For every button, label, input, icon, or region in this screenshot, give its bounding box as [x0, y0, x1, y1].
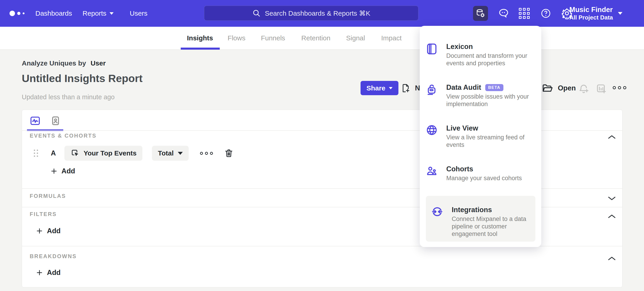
search-icon	[252, 9, 261, 17]
data-management-icon	[476, 8, 486, 18]
tab-label: Impact	[381, 34, 402, 42]
analyze-prefix: Analyze Uniques by	[22, 59, 86, 67]
nav-item-dashboards[interactable]: Dashboards	[35, 0, 72, 27]
chevron-down-icon	[618, 12, 622, 15]
lexicon-book-icon	[426, 42, 438, 67]
feedback-chat-icon	[498, 8, 509, 19]
menu-item-live-view[interactable]: Live View View a live streaming feed of …	[426, 124, 536, 149]
active-tab-underline	[181, 48, 220, 50]
dot-icon	[210, 152, 213, 155]
chevron-down-icon	[110, 12, 114, 15]
nav-item-label: Users	[130, 9, 148, 17]
delete-event-button[interactable]	[224, 148, 234, 158]
share-button[interactable]: Share	[360, 81, 398, 95]
add-event-button[interactable]: Add	[50, 167, 75, 175]
metric-label: Total	[158, 149, 174, 157]
menu-item-description: View a live streaming feed of events	[446, 134, 530, 149]
project-switcher[interactable]: Music Finder All Project Data	[570, 0, 622, 27]
event-selector-button[interactable]: Your Top Events	[64, 146, 142, 161]
menu-item-lexicon[interactable]: Lexicon Document and transform your even…	[426, 42, 536, 67]
feedback-button[interactable]	[498, 0, 509, 27]
analyze-value-dropdown[interactable]: User	[90, 59, 106, 67]
menu-item-description: Connect Mixpanel to a data pipeline or c…	[452, 215, 536, 238]
event-click-icon	[70, 149, 79, 158]
add-breakdown-button[interactable]: Add	[36, 269, 60, 277]
tab-flows[interactable]: Flows	[228, 27, 245, 49]
integrations-sync-icon	[431, 205, 443, 242]
chevron-down-icon	[178, 152, 183, 155]
collapse-events-chevron-up-icon[interactable]	[608, 134, 616, 140]
cohorts-users-icon	[426, 165, 438, 182]
bell-plus-icon	[578, 83, 590, 95]
dot-icon	[623, 86, 626, 89]
builder-tab-profiles[interactable]	[50, 115, 62, 127]
project-name: Music Finder	[570, 6, 613, 14]
tab-retention[interactable]: Retention	[301, 27, 330, 49]
tab-label: Insights	[187, 34, 213, 42]
report-title[interactable]: Untitled Insights Report	[22, 72, 143, 84]
pulse-chart-icon	[29, 115, 41, 127]
event-row-more-button[interactable]	[200, 152, 213, 155]
profile-card-icon	[50, 115, 61, 126]
metric-dropdown[interactable]: Total	[152, 146, 188, 161]
help-button[interactable]	[540, 0, 552, 27]
trash-icon	[224, 148, 234, 158]
menu-item-title: Lexicon	[446, 42, 473, 51]
apps-button[interactable]	[519, 0, 530, 27]
nav-item-reports[interactable]: Reports	[82, 0, 114, 27]
more-options-button[interactable]	[613, 86, 626, 89]
menu-item-title: Live View	[446, 124, 478, 133]
tab-label: Funnels	[261, 34, 285, 42]
menu-item-integrations[interactable]: Integrations Connect Mixpanel to a data …	[426, 196, 536, 242]
menu-item-cohorts[interactable]: Cohorts Manage your saved cohorts	[426, 165, 536, 182]
mixpanel-logo-icon[interactable]	[10, 0, 24, 27]
plus-icon	[36, 269, 43, 276]
menu-item-description: Manage your saved cohorts	[446, 175, 530, 182]
nav-item-label: Reports	[82, 9, 106, 17]
event-row: A Your Top Events Total	[34, 146, 234, 161]
drag-handle[interactable]	[34, 150, 38, 157]
apps-grid-icon	[519, 8, 530, 19]
analyze-by-row: Analyze Uniques by User	[22, 59, 106, 67]
report-tabs-bar: Insights Flows Funnels Retention Signal …	[0, 27, 644, 50]
open-button[interactable]: Open	[542, 82, 576, 94]
menu-item-title: Integrations	[452, 205, 492, 214]
data-audit-lock-icon	[426, 83, 438, 108]
search-placeholder: Search Dashboards & Reports ⌘K	[265, 9, 370, 17]
expand-formulas-chevron-down-icon[interactable]	[608, 196, 616, 201]
menu-item-data-audit[interactable]: Data AuditBETA View possible issues with…	[426, 83, 536, 108]
tab-signal[interactable]: Signal	[346, 27, 365, 49]
share-label: Share	[366, 84, 385, 92]
add-filter-button[interactable]: Add	[36, 227, 60, 235]
collapse-breakdowns-chevron-up-icon[interactable]	[608, 256, 616, 261]
project-scope: All Project Data	[570, 14, 613, 21]
add-label: Add	[47, 227, 60, 235]
event-label: Your Top Events	[84, 149, 136, 157]
section-label-events: EVENTS & COHORTS	[30, 133, 96, 139]
nav-item-label: Dashboards	[35, 9, 72, 17]
document-plus-icon	[400, 83, 411, 93]
alert-add-button[interactable]	[578, 83, 590, 95]
tab-insights[interactable]: Insights	[187, 27, 213, 49]
dot-icon	[205, 152, 208, 155]
add-label: Add	[62, 167, 75, 175]
tab-funnels[interactable]: Funnels	[261, 27, 285, 49]
nav-item-users[interactable]: Users	[130, 0, 148, 27]
section-label-formulas: FORMULAS	[30, 193, 66, 199]
data-management-button[interactable]	[473, 6, 488, 21]
plus-icon	[50, 168, 57, 175]
dot-icon	[618, 86, 621, 89]
tab-impact[interactable]: Impact	[381, 27, 402, 49]
builder-tab-events[interactable]	[29, 115, 41, 127]
beta-badge: BETA	[485, 84, 504, 91]
plus-icon	[36, 228, 43, 234]
search-input[interactable]: Search Dashboards & Reports ⌘K	[204, 6, 418, 21]
add-to-board-button[interactable]	[596, 83, 607, 95]
updated-timestamp: Updated less than a minute ago	[22, 93, 115, 101]
collapse-filters-chevron-up-icon[interactable]	[608, 214, 616, 219]
menu-item-description: View possible issues with your implement…	[446, 93, 530, 108]
tab-label: Flows	[228, 34, 245, 42]
section-label-filters: FILTERS	[30, 211, 57, 217]
add-label: Add	[47, 269, 60, 277]
chevron-down-icon	[389, 87, 392, 89]
